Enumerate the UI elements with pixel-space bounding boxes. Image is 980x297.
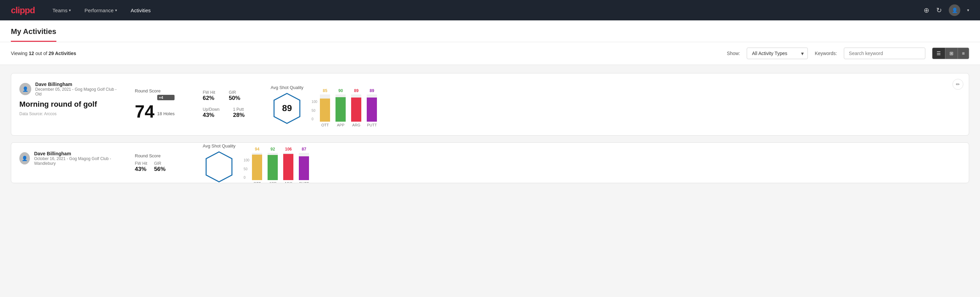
keywords-label: Keywords: [815, 51, 837, 56]
round-score-label: Round Score [135, 88, 189, 93]
round-score-section: Round Score FW Hit 43% GIR 56% [135, 151, 189, 175]
card-user: 👤 Dave Billingham December 05, 2021 - Go… [19, 81, 121, 96]
nav-item-activities[interactable]: Activities [129, 5, 152, 16]
view-mode-grid[interactable]: ⊞ [945, 48, 958, 59]
view-mode-list-full[interactable]: ≡ [958, 48, 969, 59]
page-title: My Activities [11, 21, 56, 42]
activity-card: 👤 Dave Billingham October 16, 2021 - Gog… [11, 142, 969, 183]
y-axis-label-0: 0 [312, 117, 318, 121]
stat-label: GIR [229, 90, 240, 95]
round-score-section: Round Score 74 +4 18 Holes [135, 81, 189, 127]
bar-chart: 100 50 0 94 OTT 92 [244, 147, 309, 183]
avg-quality-value: 89 [282, 103, 292, 113]
hexagon: 89 [274, 93, 301, 124]
stat-value: 50% [229, 95, 240, 102]
stat-label: 1 Putt [233, 107, 245, 112]
chevron-down-icon: ▾ [69, 8, 71, 13]
card-left: 👤 Dave Billingham December 05, 2021 - Go… [19, 81, 121, 127]
bar-app-label: APP [337, 123, 344, 127]
activity-title: Morning round of golf [19, 100, 121, 109]
score-holes: 18 Holes [157, 111, 175, 116]
data-source: Data Source: Arccos [19, 112, 121, 116]
round-score-label: Round Score [135, 153, 189, 158]
stat-label: Up/Down [203, 107, 220, 112]
bar-arg: 89 ARG [351, 88, 361, 127]
svg-marker-1 [206, 152, 232, 182]
avg-quality-label: Avg Shot Quality [270, 85, 304, 90]
user-name: Dave Billingham [34, 151, 121, 156]
stat-value: 62% [203, 95, 215, 102]
activity-type-select[interactable]: All Activity Types [747, 48, 808, 59]
add-circle-icon[interactable]: ⊕ [924, 6, 929, 14]
avg-quality-section: Avg Shot Quality 100 50 0 94 [203, 151, 961, 175]
stats-section: FW Hit 62% GIR 50% Up/Down 43% 1 Putt 28… [203, 81, 257, 127]
stat-value: 28% [233, 112, 245, 118]
stat-value: 43% [203, 112, 220, 118]
bar-ott-label: OTT [321, 123, 329, 127]
activity-type-select-wrapper: All Activity Types [747, 48, 808, 59]
view-mode-list-compact[interactable]: ☰ [932, 48, 945, 59]
refresh-icon[interactable]: ↻ [936, 6, 942, 14]
logo: clippd [11, 5, 35, 16]
nav-right: ⊕ ↻ 👤 ▾ [924, 5, 969, 16]
bar-chart: 100 50 0 85 OTT 90 [312, 88, 377, 127]
activities-list: ✏ 👤 Dave Billingham December 05, 2021 - … [0, 65, 980, 191]
hexagon [205, 151, 232, 182]
activity-card: ✏ 👤 Dave Billingham December 05, 2021 - … [11, 73, 969, 136]
nav-item-teams[interactable]: Teams ▾ [51, 5, 72, 16]
card-user: 👤 Dave Billingham October 16, 2021 - Gog… [19, 151, 121, 166]
y-axis-label-100: 100 [312, 100, 318, 104]
y-axis-label-50: 50 [312, 109, 318, 112]
avatar: 👤 [19, 83, 31, 95]
viewing-text: Viewing 12 out of 29 Activities [11, 51, 76, 56]
page-header: My Activities [0, 21, 980, 42]
bar-app: 92 APP [267, 147, 278, 183]
avg-quality-label: Avg Shot Quality [203, 144, 235, 148]
bar-arg: 106 ARG [283, 147, 293, 183]
account-chevron[interactable]: ▾ [967, 8, 969, 13]
bar-ott: 94 OTT [252, 147, 262, 183]
bar-app-value: 90 [339, 88, 343, 93]
filter-bar: Viewing 12 out of 29 Activities Show: Al… [0, 42, 980, 65]
user-name: Dave Billingham [35, 81, 121, 87]
navigation: clippd Teams ▾ Performance ▾ Activities … [0, 0, 980, 21]
bar-app: 90 APP [336, 88, 346, 127]
view-mode-buttons: ☰ ⊞ ≡ [932, 48, 969, 59]
show-label: Show: [727, 51, 740, 56]
score-badge: +4 [157, 95, 175, 100]
search-input[interactable] [844, 48, 925, 59]
score-value: 74 [135, 103, 154, 120]
edit-button[interactable]: ✏ [953, 79, 963, 90]
avatar: 👤 [19, 152, 30, 164]
bar-putt: 87 PUTT [299, 147, 309, 183]
card-left: 👤 Dave Billingham October 16, 2021 - Gog… [19, 151, 121, 175]
stat-label: FW Hit [203, 90, 215, 95]
bar-ott: 85 OTT [320, 88, 330, 127]
user-date: October 16, 2021 - Gog Magog Golf Club -… [34, 156, 121, 166]
bar-arg-value: 89 [354, 88, 359, 93]
chevron-down-icon: ▾ [115, 8, 117, 13]
nav-item-performance[interactable]: Performance ▾ [83, 5, 119, 16]
avg-quality-section: Avg Shot Quality 89 100 50 0 85 [270, 81, 961, 127]
bar-arg-label: ARG [352, 123, 360, 127]
bar-putt-value: 89 [370, 88, 374, 93]
bar-putt-label: PUTT [367, 123, 377, 127]
user-date: December 05, 2021 - Gog Magog Golf Club … [35, 87, 121, 96]
user-account-icon[interactable]: 👤 [949, 5, 960, 16]
bar-ott-value: 85 [323, 88, 327, 93]
bar-putt: 89 PUTT [367, 88, 377, 127]
